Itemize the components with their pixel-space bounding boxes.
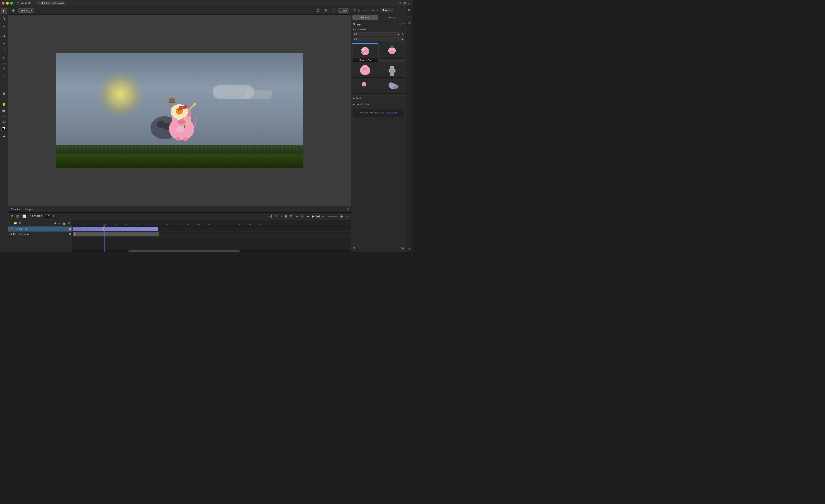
text-tool[interactable]: T [1, 83, 7, 90]
info-btn[interactable]: ⓘ [407, 20, 412, 25]
asset-item-3[interactable] [352, 63, 378, 78]
layers-icon[interactable]: ⊞ [10, 214, 14, 219]
asset-item-4[interactable] [379, 63, 405, 78]
static-section-header[interactable]: ▶ Static [351, 95, 406, 101]
lock-btn[interactable]: 🔒 [62, 221, 67, 225]
right-tabs: Properties Library Assets [351, 6, 406, 14]
visibility-btn[interactable]: 👁 [67, 221, 71, 225]
get-started-link[interactable]: Get started [386, 111, 397, 114]
playhead[interactable] [104, 227, 104, 252]
sound-section-header[interactable]: ▶ Sound clips [351, 101, 406, 107]
add-camera-btn[interactable]: 🎬 [15, 214, 20, 219]
canvas-area[interactable] [8, 15, 351, 206]
filter-dropdown-2[interactable]: All ▾ [353, 37, 404, 41]
delete-icon[interactable]: 🗑 [401, 246, 404, 250]
add-layer-btn[interactable]: + [10, 221, 12, 225]
timeline-frames[interactable]: 1 5 10 15 20 25 30 35 40 45 50 55 60 65 [73, 220, 351, 252]
add-folder-btn[interactable]: 📁 [13, 221, 17, 225]
arrange-button[interactable]: ⇄ [408, 1, 410, 5]
track-running-pig[interactable] [73, 227, 351, 232]
hand-tool[interactable]: ✋ [1, 101, 7, 107]
expand-btn[interactable]: ≫ [407, 7, 412, 12]
delete-layer-btn[interactable]: 🗑 [18, 221, 22, 225]
frame-input[interactable] [44, 215, 51, 218]
paint-bucket-tool[interactable] [1, 55, 7, 62]
next-scene-btn[interactable]: ▷ [279, 214, 283, 219]
tab-output[interactable]: Output [24, 207, 33, 211]
maximize-button[interactable] [10, 2, 13, 5]
upload-icon[interactable]: ⬆ [353, 246, 356, 250]
asset-item-2[interactable] [379, 43, 405, 62]
motion-tween-btn[interactable]: ▭ [58, 221, 61, 225]
zoom-tool[interactable]: 🔍 [1, 108, 7, 114]
layer-row-grey-sky[interactable]: 🖼 Grey Sky-png [8, 232, 73, 237]
list-view-toggle[interactable]: ≡ [402, 22, 404, 26]
edit-multi-btn[interactable]: ⊡ [290, 214, 293, 219]
timeline-scrollbar[interactable] [73, 250, 351, 252]
eraser-tool[interactable] [1, 73, 7, 79]
asset-item-running-pig[interactable]: Running Pig [352, 43, 378, 62]
search-input[interactable] [357, 23, 398, 25]
default-custom-toggle: Default Custom [351, 14, 406, 21]
track-grey-sky[interactable] [73, 232, 351, 237]
add-layer-btn[interactable]: 📊 [22, 214, 26, 219]
asset-item-6[interactable] [379, 79, 405, 94]
custom-btn[interactable]: Custom [379, 15, 405, 20]
svg-point-25 [177, 119, 186, 125]
subselection-tool[interactable] [1, 15, 7, 22]
play-end-btn[interactable]: ⏭ [316, 214, 320, 219]
frame-tracks [73, 227, 351, 252]
scene-selector[interactable]: Scene 1 ▾ [18, 8, 34, 13]
selection-tool[interactable] [1, 8, 7, 14]
zoom-selector[interactable]: 77% ▾ [339, 8, 349, 13]
tab-timeline[interactable]: Timeline [10, 207, 21, 211]
tab-close-icon[interactable]: × [39, 2, 40, 4]
fullscreen-button[interactable]: ⊡ [403, 1, 406, 5]
active-tab[interactable]: × Untitled-1 (Canvas)* [37, 1, 66, 5]
layer-depth-tool[interactable] [1, 133, 7, 140]
layer-row-running-pig[interactable]: 🎬 Running Pig [8, 227, 73, 232]
timeline-scroll-thumb[interactable] [129, 250, 240, 252]
snap-tool[interactable] [315, 7, 321, 14]
tab-library[interactable]: Library [368, 8, 380, 12]
onion-skin-btn[interactable]: ◉ [284, 214, 288, 219]
camera-tool[interactable]: 🎥 [1, 118, 7, 125]
ease-btn[interactable]: 〜 [345, 214, 349, 219]
tab-properties[interactable]: Properties [352, 8, 368, 12]
timeline-maximize[interactable]: ⊡ [347, 208, 349, 211]
asset-item-5[interactable] [352, 79, 378, 94]
brush-tool[interactable] [1, 48, 7, 54]
play-btn[interactable]: ▶ [312, 214, 314, 219]
grid-view-btn[interactable]: ⊞ [407, 246, 412, 251]
collapse-btn[interactable]: ◁ [407, 14, 412, 19]
animated-section-header[interactable]: ▾ Animated [351, 27, 406, 32]
keyframe-btn[interactable]: ◆ [340, 214, 343, 219]
close-button[interactable] [2, 2, 5, 5]
pencil-tool[interactable]: ✏ [1, 40, 7, 47]
minimize-button[interactable] [6, 2, 9, 5]
free-transform-tool[interactable] [1, 22, 7, 29]
search-clear-icon[interactable]: ✕ [399, 22, 401, 26]
filter-dropdown-1[interactable]: All ▾ [353, 32, 400, 36]
loop-btn[interactable]: ↻ [274, 214, 277, 219]
sync-btn[interactable]: ↔ [295, 214, 299, 219]
prev-scene-btn[interactable]: ◁ [269, 214, 272, 219]
pen-tool[interactable] [1, 33, 7, 39]
asset-thumb-3 [352, 63, 378, 77]
filter-icon[interactable]: ⊞ [402, 32, 404, 36]
eyedropper-tool[interactable] [1, 65, 7, 72]
share-button[interactable]: ⬆ [399, 1, 401, 5]
default-btn[interactable]: Default [353, 15, 378, 20]
tab-assets[interactable]: Assets [380, 8, 393, 12]
pig-character[interactable] [144, 82, 208, 146]
undo-btn[interactable]: ↩ [322, 214, 325, 219]
keyframe-dot[interactable]: ◆ [54, 221, 57, 225]
grid-tool[interactable] [323, 7, 329, 14]
color-swatch[interactable] [1, 126, 7, 132]
rewind-btn[interactable]: ⏮ [306, 214, 310, 219]
export-btn[interactable]: ⬡ [301, 214, 304, 219]
fill-tool[interactable] [1, 90, 7, 97]
tween-bar[interactable] [328, 216, 337, 217]
resize-tool[interactable] [330, 7, 337, 14]
scene-settings-btn[interactable]: ⚙ [10, 7, 17, 14]
